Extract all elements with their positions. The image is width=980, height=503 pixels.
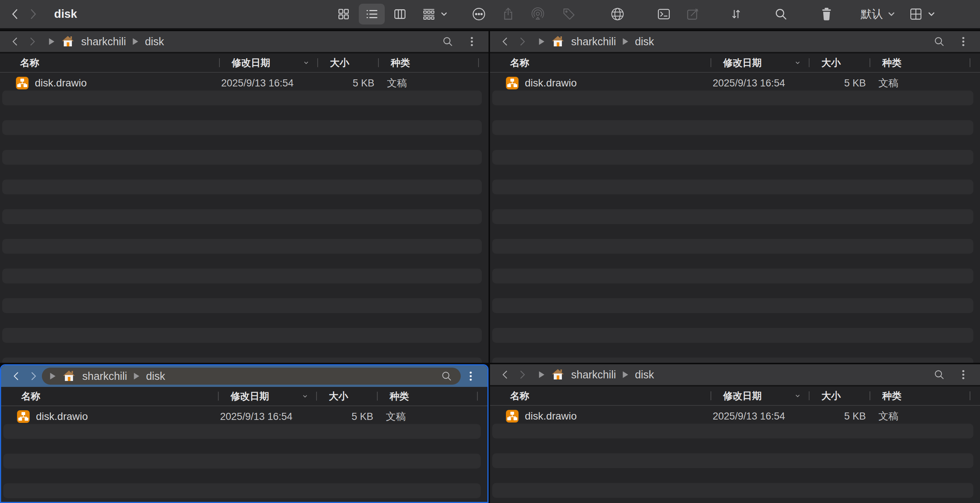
ellipsis-circle-icon [471,7,486,22]
pane-menu-button[interactable] [461,370,481,382]
trash-button[interactable] [820,4,833,24]
pane-menu-button[interactable] [953,36,973,48]
empty-row-stripe [2,91,482,105]
sort-button[interactable] [729,4,743,24]
pane-menu-button[interactable] [953,369,973,381]
file-row[interactable]: disk.drawio 2025/9/13 16:54 5 KB 文稿 [490,76,980,91]
empty-row-stripe [492,180,973,194]
column-header-size[interactable]: 大小 [809,386,870,405]
column-header-row: 名称 修改日期 大小 种类 [0,53,488,73]
pane-navbar: sharkchili disk [1,366,487,387]
pane-back-button[interactable] [8,370,25,382]
breadcrumb-root[interactable]: sharkchili [82,370,127,382]
grid-view-button[interactable] [337,4,351,24]
empty-row-stripe [492,91,973,105]
window-title: disk [54,7,77,21]
column-header-kind[interactable]: 种类 [870,53,970,72]
empty-row-stripe [3,424,481,439]
profile-selector[interactable]: 默认 [861,4,896,24]
file-pane: sharkchili disk 名称 修改日期 大小 种类 disk.drawi… [0,364,488,503]
pane-forward-button[interactable] [514,36,531,47]
share-button[interactable] [501,4,515,24]
column-header-name[interactable]: 名称 [490,53,711,72]
column-view-button[interactable] [393,4,407,24]
terminal-button[interactable] [657,4,671,24]
pane-back-button[interactable] [497,369,514,380]
column-label: 大小 [821,390,841,402]
search-button[interactable] [774,4,788,24]
file-name: disk.drawio [525,410,577,422]
pane-layout-selector[interactable] [909,4,936,24]
breadcrumb-current[interactable]: disk [146,370,165,382]
column-header-modified[interactable]: 修改日期 [711,386,809,405]
file-row[interactable]: disk.drawio 2025/9/13 16:54 5 KB 文稿 [1,409,487,424]
pane-search-button[interactable] [442,36,454,48]
column-label: 种类 [882,390,901,402]
chevron-down-icon [439,10,449,19]
column-header-modified[interactable]: 修改日期 [711,53,809,72]
empty-row-stripe [2,180,482,194]
breadcrumb-current[interactable]: disk [635,36,654,48]
network-button[interactable] [610,4,625,24]
breadcrumb-current[interactable]: disk [145,36,164,48]
file-row[interactable]: disk.drawio 2025/9/13 16:54 5 KB 文稿 [0,76,488,91]
column-header-row: 名称 修改日期 大小 种类 [490,386,980,406]
empty-row-stripe [2,298,482,313]
column-header-modified[interactable]: 修改日期 [219,53,317,72]
home-icon[interactable] [62,369,76,383]
tag-button[interactable] [562,4,576,24]
empty-row-stripe [492,150,973,165]
column-header-size[interactable]: 大小 [316,387,377,406]
column-header-kind[interactable]: 种类 [377,387,477,406]
column-label: 大小 [330,56,349,69]
column-header-name[interactable]: 名称 [1,387,218,406]
empty-row-stripe [492,424,973,438]
column-header-name[interactable]: 名称 [0,53,219,72]
new-edit-button[interactable] [686,4,700,24]
pane-back-button[interactable] [497,36,514,47]
column-header-modified[interactable]: 修改日期 [218,387,316,406]
breadcrumb-root[interactable]: sharkchili [81,36,126,48]
search-icon [933,36,945,48]
column-header-size[interactable]: 大小 [317,53,378,72]
airdrop-button[interactable] [531,4,545,24]
pane-search-button[interactable] [933,36,945,48]
pane-menu-button[interactable] [462,36,482,48]
file-list: disk.drawio 2025/9/13 16:54 5 KB 文稿 [490,73,980,363]
file-kind-cell: 文稿 [378,77,478,90]
breadcrumb-root[interactable]: sharkchili [571,369,616,381]
column-header-size[interactable]: 大小 [809,53,870,72]
forward-icon [27,8,39,21]
file-name-cell: disk.drawio [490,77,711,90]
home-icon[interactable] [551,35,565,48]
list-view-button[interactable] [359,4,385,24]
triangle-right-icon [133,38,138,45]
file-list: disk.drawio 2025/9/13 16:54 5 KB 文稿 [0,73,488,363]
file-row[interactable]: disk.drawio 2025/9/13 16:54 5 KB 文稿 [490,409,980,424]
breadcrumb-root[interactable]: sharkchili [571,36,616,48]
search-icon [442,36,454,48]
back-button[interactable] [9,4,22,24]
pane-search-button[interactable] [441,370,453,382]
kebab-menu-icon [958,36,969,48]
triangle-right-icon [50,373,56,380]
group-view-button[interactable] [422,4,449,24]
column-header-kind[interactable]: 种类 [870,386,970,405]
empty-row-stripe [492,483,973,498]
pane-forward-button[interactable] [24,36,41,47]
home-icon[interactable] [61,35,75,48]
pane-back-button[interactable] [7,36,24,47]
column-header-kind[interactable]: 种类 [378,53,478,72]
empty-row-stripe [2,358,482,363]
more-actions-button[interactable] [471,4,486,24]
column-header-name[interactable]: 名称 [490,386,711,405]
pane-forward-button[interactable] [514,369,531,380]
pane-forward-button[interactable] [25,370,42,382]
home-icon[interactable] [551,368,565,381]
kebab-menu-icon [466,36,477,48]
breadcrumb-current[interactable]: disk [635,369,654,381]
pane-search-button[interactable] [933,369,945,381]
pane-grid: sharkchili disk 名称 修改日期 大小 种类 disk.drawi… [0,31,980,503]
forward-button[interactable] [27,4,39,24]
tag-icon [562,7,576,21]
